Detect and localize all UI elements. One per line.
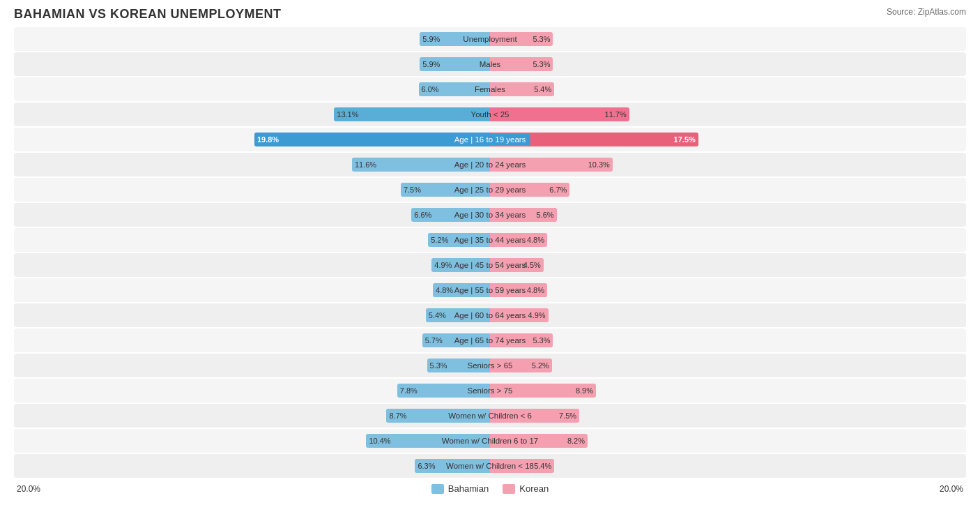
- table-row: 5.7% Age | 65 to 74 years 5.3%: [14, 329, 966, 352]
- bar-left-bg: 4.8%: [14, 278, 490, 302]
- center-label: Males: [480, 60, 501, 68]
- axis-label-right: 20.0%: [940, 484, 963, 494]
- bar-inner: 6.6% Age | 30 to 34 years 5.6%: [14, 203, 966, 227]
- center-label: Age | 45 to 54 years: [454, 261, 526, 269]
- bar-left-bg: 6.6%: [14, 203, 490, 227]
- legend: Bahamian Korean: [431, 483, 549, 494]
- bar-right-bg: 8.2%: [490, 429, 966, 453]
- value-left: 11.6%: [355, 160, 376, 169]
- table-row: 13.1% Youth < 25 11.7%: [14, 103, 966, 126]
- bar-right-bg: 10.3%: [490, 153, 966, 176]
- bar-left-bg: 7.8%: [14, 379, 490, 402]
- bar-inner: 8.7% Women w/ Children < 6 7.5%: [14, 404, 966, 428]
- bar-left-bg: 5.9%: [14, 52, 490, 76]
- bar-left-bg: 10.4%: [14, 429, 490, 453]
- value-left: 5.3%: [430, 361, 447, 370]
- center-label: Age | 55 to 59 years: [454, 286, 526, 294]
- bar-inner: 7.8% Seniors > 75 8.9%: [14, 379, 966, 402]
- value-right: 17.5%: [674, 135, 696, 144]
- bar-inner: 5.7% Age | 65 to 74 years 5.3%: [14, 329, 966, 352]
- value-right: 5.3%: [533, 60, 550, 68]
- center-label: Age | 16 to 19 years: [450, 134, 530, 145]
- value-left: 5.4%: [429, 311, 446, 319]
- bar-inner: 11.6% Age | 20 to 24 years 10.3%: [14, 153, 966, 176]
- value-left: 7.8%: [400, 386, 418, 395]
- value-right: 5.6%: [537, 211, 554, 219]
- center-label: Age | 20 to 24 years: [454, 160, 526, 169]
- legend-box-korean: [503, 484, 515, 494]
- bar-inner: 5.3% Seniors > 65 5.2%: [14, 354, 966, 377]
- bar-right-bg: 11.7%: [490, 103, 966, 126]
- center-label: Women w/ Children 6 to 17: [442, 437, 539, 445]
- value-right: 5.3%: [533, 336, 550, 345]
- bar-inner: 13.1% Youth < 25 11.7%: [14, 103, 966, 126]
- bar-left-bg: 19.8%: [14, 128, 490, 151]
- center-label: Unemployment: [463, 35, 516, 43]
- bar-inner: 5.4% Age | 60 to 64 years 4.9%: [14, 303, 966, 327]
- bar-inner: 5.2% Age | 35 to 44 years 4.8%: [14, 228, 966, 252]
- chart-header: BAHAMIAN VS KOREAN UNEMPLOYMENT Source: …: [14, 7, 966, 22]
- bar-right-bg: 4.5%: [490, 253, 966, 277]
- center-label: Seniors > 75: [468, 386, 513, 395]
- bar-left-bg: 6.0%: [14, 77, 490, 101]
- bar-right-bg: 4.8%: [490, 278, 966, 302]
- center-label: Age | 35 to 44 years: [454, 236, 526, 244]
- center-label: Youth < 25: [471, 110, 510, 119]
- value-left: 6.6%: [414, 211, 431, 219]
- legend-label-korean: Korean: [519, 483, 549, 494]
- table-row: 4.9% Age | 45 to 54 years 4.5%: [14, 253, 966, 277]
- bar-left: 13.1%: [334, 107, 490, 121]
- value-right: 8.2%: [567, 437, 585, 445]
- bar-left-bg: 7.5%: [14, 178, 490, 202]
- axis-label-left: 20.0%: [17, 484, 40, 494]
- bar-right-bg: 8.9%: [490, 379, 966, 402]
- bar-left-bg: 11.6%: [14, 153, 490, 176]
- center-label: Women w/ Children < 18: [446, 462, 534, 470]
- value-right: 6.7%: [549, 186, 567, 194]
- table-row: 4.8% Age | 55 to 59 years 4.8%: [14, 278, 966, 302]
- center-label: Age | 25 to 29 years: [454, 186, 526, 194]
- center-label: Age | 65 to 74 years: [454, 336, 526, 345]
- bar-inner: 6.3% Women w/ Children < 18 5.4%: [14, 454, 966, 478]
- center-label: Women w/ Children < 6: [448, 412, 532, 420]
- table-row: 5.4% Age | 60 to 64 years 4.9%: [14, 303, 966, 327]
- value-left: 7.5%: [404, 186, 421, 194]
- table-row: 7.5% Age | 25 to 29 years 6.7%: [14, 178, 966, 202]
- bar-inner: 10.4% Women w/ Children 6 to 17 8.2%: [14, 429, 966, 453]
- value-left: 5.2%: [431, 236, 448, 244]
- bar-right-bg: 5.2%: [490, 354, 966, 377]
- value-right: 4.9%: [528, 311, 546, 319]
- value-right: 5.4%: [534, 85, 551, 93]
- bar-left-bg: 13.1%: [14, 103, 490, 126]
- center-label: Females: [475, 85, 505, 93]
- value-right: 11.7%: [605, 110, 627, 119]
- bar-left-bg: 5.9%: [14, 27, 490, 51]
- table-row: 7.8% Seniors > 75 8.9%: [14, 379, 966, 402]
- bar-inner: 7.5% Age | 25 to 29 years 6.7%: [14, 178, 966, 202]
- center-label: Age | 30 to 34 years: [454, 211, 526, 219]
- bar-right-bg: 7.5%: [490, 404, 966, 428]
- bar-right-bg: 5.3%: [490, 329, 966, 352]
- value-right: 5.4%: [534, 462, 551, 470]
- value-left: 6.3%: [418, 462, 435, 470]
- value-left: 5.9%: [422, 35, 440, 43]
- legend-label-bahamian: Bahamian: [448, 483, 489, 494]
- value-left: 4.9%: [434, 261, 452, 269]
- bar-right-bg: 5.3%: [490, 52, 966, 76]
- table-row: 11.6% Age | 20 to 24 years 10.3%: [14, 153, 966, 176]
- bar-right-bg: 4.9%: [490, 303, 966, 327]
- rows-container: 5.9% Unemployment 5.3% 5.9%: [14, 27, 966, 478]
- chart-title: BAHAMIAN VS KOREAN UNEMPLOYMENT: [14, 7, 282, 22]
- value-left: 10.4%: [369, 437, 390, 445]
- table-row: 10.4% Women w/ Children 6 to 17 8.2%: [14, 429, 966, 453]
- value-right: 10.3%: [588, 160, 610, 169]
- bar-inner: 6.0% Females 5.4%: [14, 77, 966, 101]
- table-row: 19.8% Age | 16 to 19 years 17.5%: [14, 128, 966, 151]
- chart-container: BAHAMIAN VS KOREAN UNEMPLOYMENT Source: …: [0, 0, 980, 528]
- value-right: 4.8%: [527, 236, 544, 244]
- bar-right: 11.7%: [490, 107, 629, 121]
- bar-left-bg: 6.3%: [14, 454, 490, 478]
- bar-right-bg: 5.6%: [490, 203, 966, 227]
- value-left: 5.9%: [422, 60, 440, 68]
- bar-right-bg: 6.7%: [490, 178, 966, 202]
